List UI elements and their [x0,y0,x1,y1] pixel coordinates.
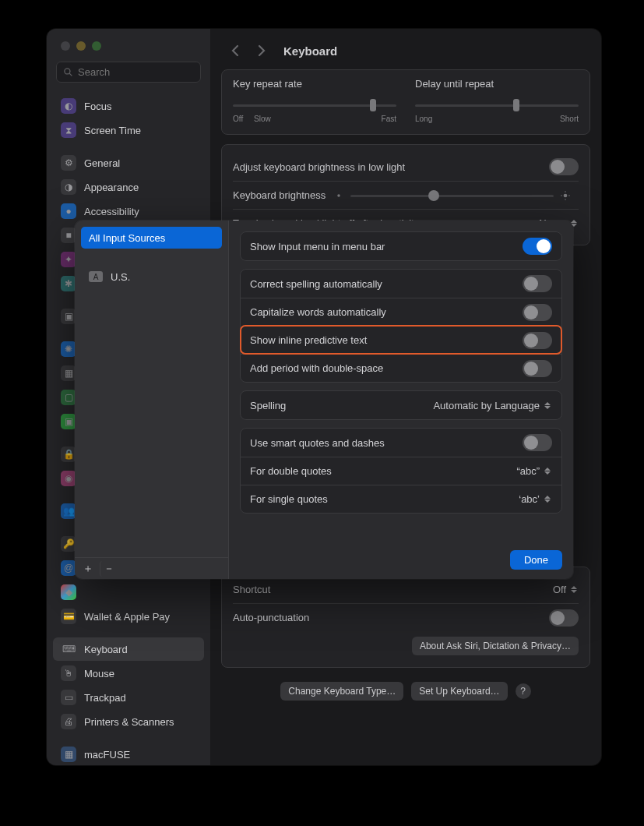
svg-point-3 [564,193,568,197]
single-quotes-value: ‘abc’ [519,493,540,505]
placeholder-icon: 👥 [61,503,76,519]
smart-quotes-row: Use smart quotes and dashes [241,429,561,457]
keyboard-layout-icon: A [89,271,103,282]
appearance-icon: ◑ [61,179,76,195]
keyboard-brightness-label: Keyboard brightness [233,189,326,201]
sidebar-item-label: Mouse [84,668,114,680]
set-up-keyboard-button[interactable]: Set Up Keyboard… [411,682,507,701]
keyboard-brightness-slider[interactable] [333,188,571,203]
inline-predictive-text-toggle[interactable] [523,332,552,349]
macfuse-icon: ▦ [61,747,76,762]
input-sources-settings: Show Input menu in menu bar Correct spel… [229,221,573,579]
placeholder-icon: ▣ [61,414,76,429]
done-button[interactable]: Done [510,550,562,570]
input-source-us[interactable]: A U.S. [81,266,222,288]
sidebar-item-label: macFUSE [84,749,130,761]
sidebar-item-keyboard[interactable]: ⌨ Keyboard [53,637,204,661]
placeholder-icon: ▦ [61,365,76,381]
add-period-row: Add period with double-space [241,354,561,382]
trackpad-icon: ▭ [61,690,76,705]
sidebar-item-focus[interactable]: ◐ Focus [53,94,204,118]
spelling-value: Automatic by Language [433,400,540,411]
shortcut-select[interactable]: Off [553,584,579,595]
add-period-label: Add period with double-space [250,362,383,374]
change-keyboard-type-button[interactable]: Change Keyboard Type… [280,682,403,701]
search-input[interactable] [78,66,194,78]
correct-spelling-toggle[interactable] [523,275,552,292]
spelling-select[interactable]: Automatic by Language [433,400,552,411]
double-quotes-label: For double quotes [250,465,332,477]
smart-quotes-toggle[interactable] [523,434,552,451]
shortcut-row: Shortcut Off [233,575,579,603]
back-button[interactable] [226,41,245,60]
spelling-label: Spelling [250,400,286,411]
keyboard-icon: ⌨ [61,641,76,657]
accessibility-icon: ● [61,203,76,219]
sidebar-item-mouse[interactable]: 🖱 Mouse [53,662,204,685]
remove-input-source-button[interactable]: － [100,561,117,577]
show-input-menu-label: Show Input menu in menu bar [250,241,385,252]
input-source-all[interactable]: All Input Sources [81,227,222,249]
key-icon: 🔑 [61,536,76,552]
updown-icon [544,400,552,411]
repeat-rate-card: Key repeat rate Off Slow Fast Delay unti… [221,69,590,135]
sidebar-spacer [53,143,204,150]
sidebar-item-label: Accessibility [84,206,139,217]
sidebar-item-label: General [84,157,120,169]
sidebar-item-appearance[interactable]: ◑ Appearance [53,175,204,199]
adjust-brightness-toggle[interactable] [549,158,579,175]
tick-label: Slow [254,115,271,123]
zoom-dot[interactable] [92,41,101,51]
inline-predictive-text-row: Show inline predictive text [241,326,561,354]
lock-icon: 🔒 [61,447,76,462]
delay-until-repeat-group: Delay until repeat Long Short [415,78,579,123]
help-button[interactable]: ? [516,683,531,699]
sidebar-item-accessibility[interactable]: ● Accessibility [53,199,204,223]
spelling-panel: Spelling Automatic by Language [240,390,562,420]
single-quotes-select[interactable]: ‘abc’ [519,493,552,505]
privacy-button[interactable]: About Ask Siri, Dictation & Privacy… [412,637,579,655]
capitalize-words-label: Capitalize words automatically [250,306,386,318]
sidebar-item-general[interactable]: ⚙ General [53,151,204,175]
brightness-low-icon [333,190,344,201]
quotes-panel: Use smart quotes and dashes For double q… [240,428,562,514]
add-input-source-button[interactable]: ＋ [79,561,97,577]
placeholder-icon: ✺ [61,341,76,357]
sidebar-item-label: Appearance [84,182,139,193]
tick-label: Off [233,115,243,123]
adjust-brightness-label: Adjust keyboard brightness in low light [233,161,405,173]
placeholder-icon: ▢ [61,390,76,405]
delay-until-repeat-slider[interactable] [415,97,579,113]
auto-punctuation-toggle[interactable] [549,609,579,627]
sidebar-item-label: Printers & Scanners [84,716,174,728]
double-quotes-select[interactable]: “abc” [516,465,552,477]
wallet-icon: 💳 [61,609,76,624]
close-dot[interactable] [61,41,70,51]
forward-button[interactable] [252,41,271,60]
key-repeat-rate-slider[interactable] [233,97,396,113]
sidebar-item-printers[interactable]: 🖨 Printers & Scanners [53,710,204,733]
search-field[interactable] [56,62,201,83]
add-period-toggle[interactable] [523,360,552,377]
correct-spelling-label: Correct spelling automatically [250,278,382,290]
sidebar-item-macfuse[interactable]: ▦ macFUSE [53,743,204,765]
auto-punctuation-label: Auto-punctuation [233,612,309,623]
sidebar-item-label: Trackpad [84,692,126,704]
placeholder-icon: @ [61,560,76,576]
sidebar-item-label: Focus [84,101,111,112]
placeholder-icon: ◉ [61,471,76,486]
mouse-icon: 🖱 [61,665,76,681]
sidebar-item-hidden[interactable]: ◆ [53,581,204,604]
sidebar-item-trackpad[interactable]: ▭ Trackpad [53,686,204,709]
minimize-dot[interactable] [76,41,86,51]
show-input-menu-row: Show Input menu in menu bar [241,232,561,260]
delay-until-repeat-label: Delay until repeat [415,78,579,90]
sidebar-item-wallet[interactable]: 💳 Wallet & Apple Pay [53,605,204,628]
show-input-menu-toggle[interactable] [523,238,552,255]
sidebar-item-screen-time[interactable]: ⧗ Screen Time [53,118,204,142]
gear-icon: ⚙ [61,155,76,171]
double-quotes-value: “abc” [516,465,540,477]
printer-icon: 🖨 [61,714,76,729]
sidebar-spacer [53,734,204,742]
capitalize-words-toggle[interactable] [523,304,552,321]
